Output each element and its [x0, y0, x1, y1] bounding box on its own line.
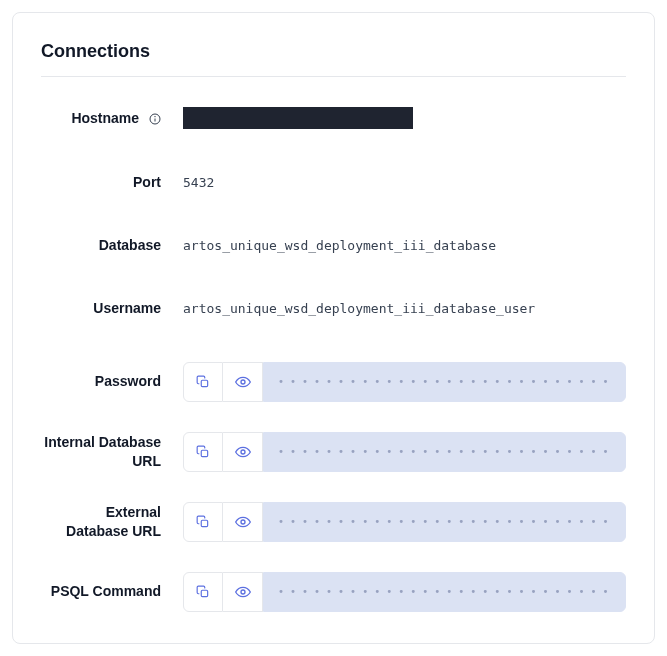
copy-button[interactable]: [183, 572, 223, 612]
svg-rect-7: [201, 520, 207, 526]
row-port: Port 5432: [41, 173, 626, 192]
hostname-value-redacted: [183, 107, 413, 129]
secret-group-external-url: ••••••••••••••••••••••••••••••••••••••••…: [183, 502, 626, 542]
row-hostname: Hostname: [41, 107, 626, 129]
label-password: Password: [41, 372, 161, 391]
value-database: artos_unique_wsd_deployment_iii_database: [183, 238, 496, 253]
value-username: artos_unique_wsd_deployment_iii_database…: [183, 301, 535, 316]
label-internal-url: Internal Database URL: [41, 433, 161, 471]
label-database: Database: [41, 236, 161, 255]
row-password: Password •••••••••••••••••••••••••••••••…: [41, 362, 626, 402]
secret-group-psql: ••••••••••••••••••••••••••••••••••••••••…: [183, 572, 626, 612]
masked-dots: ••••••••••••••••••••••••••••••••••••••••…: [278, 376, 611, 387]
copy-button[interactable]: [183, 502, 223, 542]
row-external-url: External Database URL ••••••••••••••••••…: [41, 502, 626, 542]
secret-group-password: ••••••••••••••••••••••••••••••••••••••••…: [183, 362, 626, 402]
masked-value-external-url[interactable]: ••••••••••••••••••••••••••••••••••••••••…: [263, 502, 626, 542]
reveal-button[interactable]: [223, 502, 263, 542]
svg-point-4: [241, 380, 245, 384]
row-internal-url: Internal Database URL ••••••••••••••••••…: [41, 432, 626, 472]
svg-rect-3: [201, 380, 207, 386]
connections-card: Connections Hostname Port 5432 Database …: [12, 12, 655, 644]
svg-point-10: [241, 590, 245, 594]
label-port: Port: [41, 173, 161, 192]
svg-point-8: [241, 520, 245, 524]
label-external-url: External Database URL: [41, 503, 161, 541]
masked-value-psql[interactable]: ••••••••••••••••••••••••••••••••••••••••…: [263, 572, 626, 612]
masked-value-internal-url[interactable]: ••••••••••••••••••••••••••••••••••••••••…: [263, 432, 626, 472]
masked-dots: ••••••••••••••••••••••••••••••••••••••••…: [278, 516, 611, 527]
reveal-button[interactable]: [223, 572, 263, 612]
copy-button[interactable]: [183, 362, 223, 402]
info-icon[interactable]: [149, 113, 161, 125]
label-username: Username: [41, 299, 161, 318]
copy-button[interactable]: [183, 432, 223, 472]
svg-point-6: [241, 450, 245, 454]
masked-dots: ••••••••••••••••••••••••••••••••••••••••…: [278, 586, 611, 597]
row-username: Username artos_unique_wsd_deployment_iii…: [41, 299, 626, 318]
masked-value-password[interactable]: ••••••••••••••••••••••••••••••••••••••••…: [263, 362, 626, 402]
value-port: 5432: [183, 175, 214, 190]
row-database: Database artos_unique_wsd_deployment_iii…: [41, 236, 626, 255]
svg-point-2: [155, 116, 156, 117]
label-hostname: Hostname: [41, 109, 161, 128]
masked-dots: ••••••••••••••••••••••••••••••••••••••••…: [278, 446, 611, 457]
label-hostname-text: Hostname: [71, 110, 139, 126]
row-psql: PSQL Command •••••••••••••••••••••••••••…: [41, 572, 626, 612]
reveal-button[interactable]: [223, 432, 263, 472]
svg-rect-9: [201, 590, 207, 596]
reveal-button[interactable]: [223, 362, 263, 402]
svg-rect-5: [201, 450, 207, 456]
card-title: Connections: [41, 41, 626, 77]
label-psql: PSQL Command: [41, 582, 161, 601]
secret-group-internal-url: ••••••••••••••••••••••••••••••••••••••••…: [183, 432, 626, 472]
